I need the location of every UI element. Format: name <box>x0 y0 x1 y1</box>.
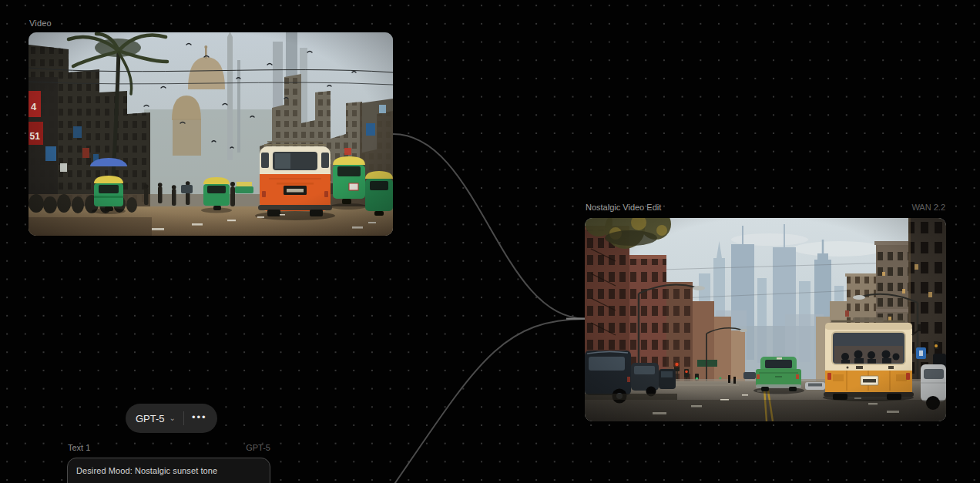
edit-node-title: Nostalgic Video Edit <box>586 203 661 212</box>
video-node-label: Video <box>29 18 52 28</box>
india-street-image: 4 51 <box>29 32 393 236</box>
connector-video-to-edit <box>393 134 585 319</box>
model-selector-button[interactable]: GPT-5 ⌄ <box>136 413 176 424</box>
prompt-text[interactable]: Desired Mood: Nostalgic sunset tone <box>76 466 261 475</box>
model-toolbar: GPT-5 ⌄ ••• <box>126 404 217 433</box>
toolbar-divider <box>183 411 184 425</box>
nyc-street-image <box>585 218 946 421</box>
edit-node-header: Nostalgic Video Edit WAN 2.2 <box>586 203 945 212</box>
edit-node-model-badge: WAN 2.2 <box>911 203 945 212</box>
text-node-model-badge: GPT-5 <box>246 443 270 452</box>
edit-node-thumbnail[interactable] <box>585 218 946 421</box>
chevron-down-icon: ⌄ <box>169 414 176 422</box>
connector-text-to-edit <box>383 319 585 483</box>
node-canvas[interactable]: Video <box>0 0 980 483</box>
text-node-label: Text 1 <box>68 443 90 452</box>
text-node-header: Text 1 GPT-5 <box>68 443 270 452</box>
more-options-button[interactable]: ••• <box>192 412 207 422</box>
text-prompt-node[interactable]: Desired Mood: Nostalgic sunset tone <box>67 458 270 483</box>
ellipsis-icon: ••• <box>192 411 207 423</box>
video-node-thumbnail[interactable]: 4 51 <box>29 32 393 236</box>
model-selector-label: GPT-5 <box>136 413 165 424</box>
